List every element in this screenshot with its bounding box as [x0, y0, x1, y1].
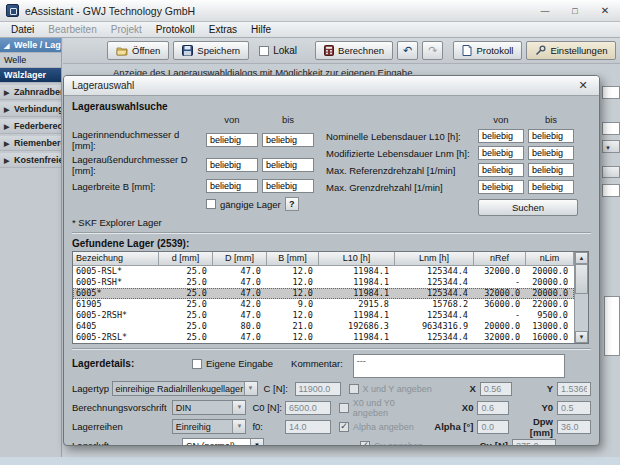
- c0-input[interactable]: [285, 401, 331, 415]
- column-header[interactable]: nLim: [526, 252, 574, 266]
- aussendurchmesser-von-input[interactable]: [206, 158, 258, 172]
- sidebar-item-welle-lager[interactable]: ◢ Welle / Lager: [0, 38, 61, 53]
- lagertyp-combo[interactable]: einreihige Radialrillenkugellager ▼: [112, 381, 258, 396]
- column-header[interactable]: Bezeichung: [73, 252, 159, 266]
- vorschrift-combo[interactable]: DIN ▼: [172, 400, 247, 415]
- table-row[interactable]: 6005-RSH*25.047.012.011984.1125344.4-200…: [73, 277, 574, 288]
- lagerbreite-bis-input[interactable]: [262, 179, 314, 193]
- save-button[interactable]: Speichern: [173, 41, 249, 60]
- column-header[interactable]: d [mm]: [159, 252, 213, 266]
- table-header-row: Bezeichung d [mm] D [mm] B [mm] L10 [h] …: [73, 252, 574, 266]
- cu-input[interactable]: [512, 439, 556, 447]
- innendurchmesser-von-input[interactable]: [206, 133, 258, 147]
- scrollbar-thumb[interactable]: [575, 264, 588, 294]
- von-column-label: von: [206, 114, 258, 125]
- cell: 47.0: [213, 266, 267, 277]
- berechnen-button[interactable]: Berechnen: [315, 41, 393, 60]
- cell: 25.0: [159, 321, 213, 332]
- protokoll-button[interactable]: Protokoll: [453, 41, 522, 60]
- menu-item-bearbeiten[interactable]: Bearbeiten: [41, 24, 103, 35]
- alpha-angeben-checkbox[interactable]: ✓: [339, 422, 349, 432]
- grenzdrehzahl-bis-input[interactable]: [528, 180, 574, 194]
- search-row-aussendurchmesser: Lageraußendurchmesser D [mm]:: [72, 154, 314, 176]
- menu-item-hilfe[interactable]: Hilfe: [244, 24, 278, 35]
- grenzdrehzahl-von-input[interactable]: [478, 180, 524, 194]
- referenzdrehzahl-von-input[interactable]: [478, 163, 524, 177]
- table-row[interactable]: 6190525.042.09.02915.815768.236000.02200…: [73, 299, 574, 310]
- x-input[interactable]: [480, 382, 512, 396]
- scroll-up-icon[interactable]: ▲: [575, 252, 588, 264]
- scroll-down-icon[interactable]: ▼: [575, 331, 588, 343]
- dpw-input[interactable]: [557, 420, 591, 434]
- einstellungen-button[interactable]: Einstellungen: [526, 41, 616, 60]
- menu-item-projekt[interactable]: Projekt: [104, 24, 149, 35]
- kommentar-textarea[interactable]: ---: [353, 354, 565, 378]
- cell: 12.0: [267, 277, 319, 288]
- dialog-close-icon[interactable]: ✕: [575, 79, 591, 92]
- menu-item-protokoll[interactable]: Protokoll: [149, 24, 202, 35]
- l10-von-input[interactable]: [478, 129, 524, 143]
- f0-label: f0:: [252, 421, 285, 432]
- lagerreihen-combo[interactable]: Einreihig ▼: [172, 419, 247, 434]
- x-label: X: [434, 383, 479, 394]
- l10-bis-input[interactable]: [528, 129, 574, 143]
- c-input[interactable]: [295, 382, 341, 396]
- sidebar-item-waelzlager[interactable]: Wälzlager: [0, 68, 61, 83]
- lokal-checkbox-row[interactable]: Lokal: [259, 45, 297, 56]
- open-button[interactable]: Öffnen: [107, 41, 169, 60]
- minimize-button[interactable]: —: [530, 0, 560, 21]
- lagerbreite-von-input[interactable]: [206, 179, 258, 193]
- scrollbar-track[interactable]: [575, 294, 588, 331]
- close-button[interactable]: ✕: [590, 0, 620, 21]
- referenzdrehzahl-bis-input[interactable]: [528, 163, 574, 177]
- detail-row-lagertyp: Lagertyp einreihige Radialrillenkugellag…: [72, 381, 591, 396]
- column-header[interactable]: Lnm [h]: [395, 252, 474, 266]
- sidebar-item-kostenfreie-module[interactable]: ▶ Kostenfreie Mo: [0, 153, 61, 168]
- y-input[interactable]: [557, 382, 591, 396]
- cell: 192686.3: [319, 321, 395, 332]
- folder-icon: [116, 46, 128, 56]
- help-question-button[interactable]: ?: [285, 197, 299, 211]
- background-partial-field: [602, 122, 620, 135]
- column-header[interactable]: B [mm]: [267, 252, 319, 266]
- column-header[interactable]: D [mm]: [213, 252, 267, 266]
- lnm-von-input[interactable]: [478, 146, 524, 160]
- menu-item-extras[interactable]: Extras: [202, 24, 244, 35]
- suchen-button[interactable]: Suchen: [478, 199, 578, 216]
- table-row[interactable]: 6005-2RSL*25.047.012.011984.1125344.4320…: [73, 332, 574, 343]
- maximize-button[interactable]: □: [560, 0, 590, 21]
- cu-angeben-checkbox[interactable]: ✓: [360, 441, 370, 447]
- column-header[interactable]: nRef: [474, 252, 526, 266]
- table-scrollbar[interactable]: ▲ ▼: [574, 252, 588, 343]
- berechnen-label: Berechnen: [338, 45, 384, 56]
- column-header[interactable]: L10 [h]: [319, 252, 395, 266]
- sidebar-item-federberechnung[interactable]: ▶ Federberechnu: [0, 119, 61, 134]
- x0-input[interactable]: [477, 401, 509, 415]
- field-label: Lagerbreite B [mm]:: [72, 181, 202, 192]
- table-row[interactable]: 640525.080.021.0192686.39634316.920000.0…: [73, 321, 574, 332]
- xy-angeben-checkbox[interactable]: [349, 384, 359, 394]
- table-row[interactable]: 6005-2RSH*25.047.012.011984.1125344.4-95…: [73, 310, 574, 321]
- sidebar-item-verbindungen[interactable]: ▶ Verbindungen: [0, 102, 61, 117]
- lokal-checkbox[interactable]: [259, 46, 269, 56]
- table-row[interactable]: 6005-RSL*25.047.012.011984.1125344.43200…: [73, 266, 574, 277]
- lagerluft-combo[interactable]: CN (normal) ▼: [182, 438, 264, 446]
- sidebar-item-welle[interactable]: Welle: [0, 53, 61, 68]
- menu-item-datei[interactable]: Datei: [4, 24, 41, 35]
- innendurchmesser-bis-input[interactable]: [262, 133, 314, 147]
- lnm-bis-input[interactable]: [528, 146, 574, 160]
- undo-button[interactable]: ↶: [397, 41, 418, 60]
- sidebar-item-zahnradberechnung[interactable]: ▶ Zahnradberech: [0, 85, 61, 100]
- combo-arrow-icon: ▼: [244, 382, 257, 395]
- f0-input[interactable]: [285, 420, 331, 434]
- x0y0-angeben-checkbox[interactable]: [339, 403, 349, 413]
- sidebar-item-riemenberechnung[interactable]: ▶ Riemenberech: [0, 136, 61, 151]
- y0-input[interactable]: [557, 401, 591, 415]
- collapse-icon: ▶: [4, 140, 9, 147]
- eigene-eingabe-checkbox[interactable]: [192, 359, 202, 369]
- aussendurchmesser-bis-input[interactable]: [262, 158, 314, 172]
- table-row-selected[interactable]: 6005*25.047.012.011984.1125344.432000.02…: [73, 288, 574, 299]
- redo-button[interactable]: ↷: [422, 41, 443, 60]
- gaengige-lager-checkbox[interactable]: [206, 199, 216, 209]
- alpha-input[interactable]: [477, 420, 509, 434]
